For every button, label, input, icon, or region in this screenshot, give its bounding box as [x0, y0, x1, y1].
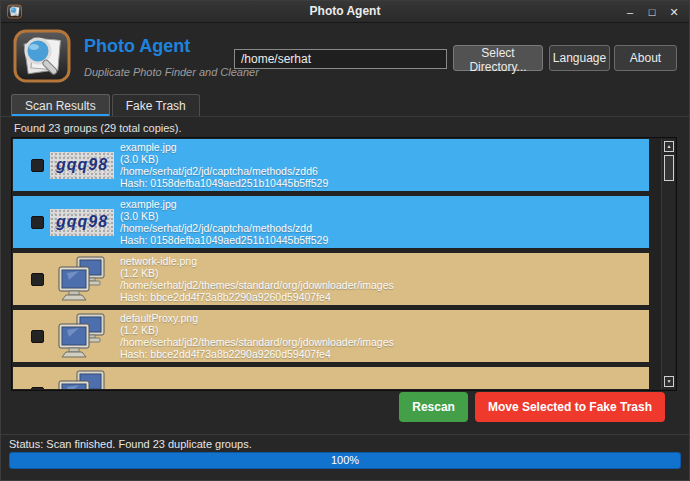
title-bar: Photo Agent – □ ✕ — [1, 1, 689, 23]
app-logo-icon — [13, 29, 71, 83]
row-checkbox[interactable] — [31, 330, 44, 343]
status-divider — [1, 434, 689, 435]
header: Photo Agent Duplicate Photo Finder and C… — [1, 23, 689, 95]
row-details: network.png — [120, 387, 177, 389]
row-path: /home/serhat/jd2/jd/captcha/methods/zdd — [120, 222, 328, 234]
scroll-up-icon[interactable]: ▲ — [664, 141, 674, 152]
row-hash: Hash: 0158defba1049aed251b10445b5ff529 — [120, 234, 328, 246]
row-details: example.jpg(3.0 KB)/home/serhat/jd2/jd/c… — [120, 141, 328, 189]
progress-bar: 100% — [9, 452, 681, 469]
result-row[interactable]: network-idle.png(1.2 KB)/home/serhat/jd2… — [13, 253, 649, 305]
computer-monitors-icon — [57, 313, 107, 359]
language-button[interactable]: Language — [549, 45, 610, 71]
minimize-button[interactable]: – — [621, 3, 639, 21]
row-checkbox[interactable] — [31, 159, 44, 172]
result-row[interactable]: gqq98example.jpg(3.0 KB)/home/serhat/jd2… — [13, 139, 649, 191]
row-path: /home/serhat/jd2/jd/captcha/methods/zdd6 — [120, 165, 328, 177]
row-filename: example.jpg — [120, 141, 328, 153]
row-details: defaultProxy.png(1.2 KB)/home/serhat/jd2… — [120, 312, 394, 360]
scrollbar[interactable]: ▲ ▼ — [661, 139, 675, 389]
row-size: (1.2 KB) — [120, 267, 394, 279]
computer-monitors-icon — [57, 256, 107, 302]
captcha-thumbnail: gqq98 — [50, 152, 114, 179]
row-path: /home/serhat/jd2/themes/standard/org/jdo… — [120, 279, 394, 291]
tab-scan-results[interactable]: Scan Results — [11, 94, 110, 116]
scrollbar-thumb[interactable] — [664, 155, 674, 181]
thumbnail-box: gqq98 — [50, 152, 114, 179]
row-details: example.jpg(3.0 KB)/home/serhat/jd2/jd/c… — [120, 198, 328, 246]
tab-fake-trash[interactable]: Fake Trash — [112, 94, 200, 116]
about-button[interactable]: About — [614, 45, 677, 71]
row-details: network-idle.png(1.2 KB)/home/serhat/jd2… — [120, 255, 394, 303]
row-hash: Hash: bbce2dd4f73a8b2290a9260d59407fe4 — [120, 291, 394, 303]
directory-input[interactable] — [234, 49, 447, 69]
row-path: /home/serhat/jd2/themes/standard/org/jdo… — [120, 336, 394, 348]
row-hash: Hash: 0158defba1049aed251b10445b5ff529 — [120, 177, 328, 189]
maximize-button[interactable]: □ — [643, 3, 661, 21]
row-size: (3.0 KB) — [120, 153, 328, 165]
row-filename: network.png — [120, 387, 177, 389]
computer-monitors-icon — [57, 370, 107, 389]
row-checkbox[interactable] — [31, 273, 44, 286]
row-filename: defaultProxy.png — [120, 312, 394, 324]
select-directory-button[interactable]: Select Directory... — [453, 45, 543, 71]
result-row[interactable]: gqq98example.jpg(3.0 KB)/home/serhat/jd2… — [13, 196, 649, 248]
scroll-down-icon[interactable]: ▼ — [664, 376, 674, 387]
row-checkbox[interactable] — [31, 387, 44, 390]
thumbnail-box — [50, 256, 114, 302]
captcha-thumbnail: gqq98 — [50, 209, 114, 236]
row-filename: example.jpg — [120, 198, 328, 210]
action-bar: Rescan Move Selected to Fake Trash — [399, 392, 665, 422]
result-row[interactable]: defaultProxy.png(1.2 KB)/home/serhat/jd2… — [13, 310, 649, 362]
results-summary: Found 23 groups (29 total copies). — [14, 122, 182, 134]
window-title: Photo Agent — [1, 4, 689, 18]
thumbnail-box — [50, 313, 114, 359]
app-subtitle: Duplicate Photo Finder and Cleaner — [84, 66, 259, 78]
results-list: gqq98example.jpg(3.0 KB)/home/serhat/jd2… — [13, 139, 649, 389]
thumbnail-box: gqq98 — [50, 209, 114, 236]
close-button[interactable]: ✕ — [665, 3, 683, 21]
tab-divider — [1, 116, 689, 117]
thumbnail-box — [50, 370, 114, 389]
app-title: Photo Agent — [84, 36, 190, 57]
tab-bar: Scan Results Fake Trash — [11, 94, 200, 116]
row-checkbox[interactable] — [31, 216, 44, 229]
row-size: (1.2 KB) — [120, 324, 394, 336]
row-hash: Hash: bbce2dd4f73a8b2290a9260d59407fe4 — [120, 348, 394, 360]
row-filename: network-idle.png — [120, 255, 394, 267]
app-window: Photo Agent – □ ✕ Photo Agent Duplicate … — [0, 0, 690, 481]
rescan-button[interactable]: Rescan — [399, 392, 468, 422]
results-list-container: gqq98example.jpg(3.0 KB)/home/serhat/jd2… — [11, 137, 677, 391]
status-text: Status: Scan finished. Found 23 duplicat… — [9, 438, 252, 450]
result-row[interactable]: network.png — [13, 367, 649, 389]
move-to-fake-trash-button[interactable]: Move Selected to Fake Trash — [475, 392, 665, 422]
row-size: (3.0 KB) — [120, 210, 328, 222]
